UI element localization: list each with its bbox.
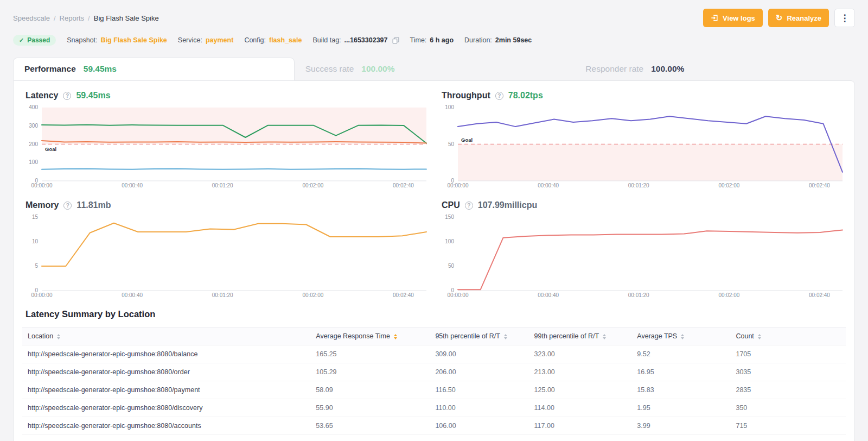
column-header-label: Location bbox=[28, 332, 53, 340]
column-header-average-tps[interactable]: Average TPS bbox=[631, 327, 730, 345]
value-cell: 3035 bbox=[730, 363, 846, 381]
value-cell: 2835 bbox=[730, 381, 846, 399]
breadcrumb-item[interactable]: Reports bbox=[60, 14, 85, 22]
breadcrumb-item: Big Flash Sale Spike bbox=[94, 14, 159, 22]
memory-orange-series bbox=[42, 223, 426, 266]
svg-text:00:00:40: 00:00:40 bbox=[122, 182, 143, 188]
status-fields: Snapshot:Big Flash Sale SpikeService:pay… bbox=[67, 36, 532, 44]
memory-chart: 05101500:00:0000:00:4000:01:2000:02:0000… bbox=[22, 213, 430, 299]
tab-responder-rate[interactable]: Responder rate100.00% bbox=[575, 58, 855, 80]
svg-text:00:02:00: 00:02:00 bbox=[718, 182, 739, 188]
svg-text:00:00:40: 00:00:40 bbox=[122, 292, 143, 298]
column-header-label: 95th percentile of R/T bbox=[435, 332, 500, 340]
latency-chart-block: Latency?59.45ms010020030040000:00:0000:0… bbox=[22, 89, 430, 190]
help-icon[interactable]: ? bbox=[465, 201, 473, 210]
column-header-99th-percentile-of-r-t[interactable]: 99th percentile of R/T bbox=[529, 327, 632, 345]
column-header-label: Average Response Time bbox=[316, 332, 390, 340]
sort-icon bbox=[504, 334, 507, 339]
location-cell: http://speedscale-generator-epic-gumshoe… bbox=[22, 345, 310, 363]
status-field-label: Duration: bbox=[464, 36, 492, 44]
status-badge-label: Passed bbox=[27, 36, 50, 44]
value-cell: 1.95 bbox=[631, 399, 730, 417]
latency-value: 59.45ms bbox=[76, 91, 110, 100]
svg-text:300: 300 bbox=[29, 123, 38, 129]
page: Speedscale/Reports/Big Flash Sale Spike … bbox=[0, 0, 868, 441]
view-logs-label: View logs bbox=[723, 14, 755, 22]
column-header-95th-percentile-of-r-t[interactable]: 95th percentile of R/T bbox=[430, 327, 528, 345]
svg-text:00:02:00: 00:02:00 bbox=[302, 182, 323, 188]
column-header-count[interactable]: Count bbox=[730, 327, 846, 345]
help-icon[interactable]: ? bbox=[495, 92, 503, 100]
value-cell: 323.00 bbox=[529, 345, 632, 363]
value-cell: 116.50 bbox=[430, 381, 528, 399]
table-body: http://speedscale-generator-epic-gumshoe… bbox=[22, 345, 846, 435]
tab-value: 100.00% bbox=[361, 64, 394, 74]
svg-text:00:00:00: 00:00:00 bbox=[448, 182, 469, 188]
reanalyze-icon: ↻ bbox=[776, 13, 783, 23]
column-header-average-response-time[interactable]: Average Response Time bbox=[310, 327, 430, 345]
reanalyze-button[interactable]: ↻ Reanalyze bbox=[768, 9, 829, 27]
tab-value: 59.45ms bbox=[84, 64, 117, 74]
value-cell: 106.00 bbox=[430, 417, 528, 435]
view-logs-icon bbox=[711, 14, 718, 22]
status-field: Service:payment bbox=[178, 36, 234, 44]
value-cell: 213.00 bbox=[529, 363, 632, 381]
throughput-chart-block: Throughput?78.02tps05010000:00:0000:00:4… bbox=[438, 89, 846, 190]
status-bar: ✓ Passed Snapshot:Big Flash Sale SpikeSe… bbox=[13, 34, 855, 47]
latency-chart-title: Latency?59.45ms bbox=[25, 91, 430, 100]
svg-text:100: 100 bbox=[445, 104, 454, 110]
latency-summary-table: LocationAverage Response Time95th percen… bbox=[22, 327, 846, 435]
tab-performance[interactable]: Performance59.45ms bbox=[13, 58, 295, 80]
throughput-title-label: Throughput bbox=[442, 91, 490, 100]
tab-success-rate[interactable]: Success rate100.00% bbox=[295, 58, 575, 80]
breadcrumb-separator: / bbox=[88, 14, 90, 22]
value-cell: 110.00 bbox=[430, 399, 528, 417]
status-field-value[interactable]: Big Flash Sale Spike bbox=[101, 36, 167, 44]
cpu-chart-area: 05010015000:00:0000:00:4000:01:2000:02:0… bbox=[438, 213, 846, 299]
latency-title-label: Latency bbox=[25, 91, 58, 100]
svg-text:00:02:40: 00:02:40 bbox=[393, 292, 414, 298]
cpu-red-series bbox=[458, 230, 843, 289]
table-title: Latency Summary by Location bbox=[25, 309, 846, 319]
status-field-value[interactable]: flash_sale bbox=[269, 36, 302, 44]
copy-icon[interactable] bbox=[392, 37, 399, 44]
latency-chart: 010020030040000:00:0000:00:4000:01:2000:… bbox=[22, 104, 430, 190]
cpu-chart-title: CPU?107.99millicpu bbox=[442, 200, 846, 210]
value-cell: 15.83 bbox=[631, 381, 730, 399]
more-menu-button[interactable]: ⋮ bbox=[834, 9, 855, 27]
help-icon[interactable]: ? bbox=[63, 92, 71, 100]
throughput-goal-shade bbox=[458, 144, 843, 181]
status-field-label: Build tag: bbox=[312, 36, 341, 44]
cpu-title-label: CPU bbox=[442, 200, 460, 210]
latency-goal-shade bbox=[42, 108, 426, 144]
status-field-label: Snapshot: bbox=[67, 36, 97, 44]
breadcrumb-item[interactable]: Speedscale bbox=[13, 14, 50, 22]
table-row: http://speedscale-generator-epic-gumshoe… bbox=[22, 399, 846, 417]
sort-icon bbox=[394, 334, 397, 339]
sort-icon bbox=[603, 334, 606, 339]
column-header-label: 99th percentile of R/T bbox=[534, 332, 599, 340]
svg-text:00:00:00: 00:00:00 bbox=[31, 292, 53, 298]
value-cell: 165.25 bbox=[310, 345, 430, 363]
status-badge: ✓ Passed bbox=[13, 35, 56, 46]
svg-text:10: 10 bbox=[32, 238, 39, 244]
value-cell: 53.65 bbox=[310, 417, 430, 435]
latency-chart-area: 010020030040000:00:0000:00:4000:01:2000:… bbox=[22, 104, 430, 190]
throughput-chart-title: Throughput?78.02tps bbox=[442, 91, 846, 100]
svg-text:00:02:00: 00:02:00 bbox=[302, 292, 323, 298]
tab-label: Success rate bbox=[305, 64, 354, 74]
status-field-value[interactable]: payment bbox=[206, 36, 233, 44]
breadcrumb-separator: / bbox=[54, 14, 56, 22]
view-logs-button[interactable]: View logs bbox=[703, 9, 763, 27]
tab-label: Responder rate bbox=[585, 64, 643, 74]
help-icon[interactable]: ? bbox=[63, 201, 72, 210]
throughput-goal-label: Goal bbox=[461, 137, 473, 143]
value-cell: 125.00 bbox=[529, 381, 632, 399]
tab-value: 100.00% bbox=[651, 64, 684, 74]
status-field-label: Service: bbox=[178, 36, 202, 44]
tab-bar: Performance59.45msSuccess rate100.00%Res… bbox=[13, 58, 855, 80]
charts-grid: Latency?59.45ms010020030040000:00:0000:0… bbox=[22, 89, 846, 299]
column-header-location[interactable]: Location bbox=[22, 327, 310, 345]
table-header-row: LocationAverage Response Time95th percen… bbox=[22, 327, 846, 345]
svg-text:200: 200 bbox=[29, 141, 38, 147]
